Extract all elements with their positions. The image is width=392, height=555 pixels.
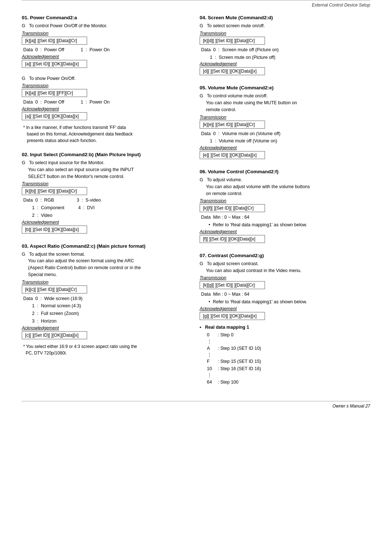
section-05-data-2: 1 : Volume mute off (Volume on) [200,138,370,145]
right-column: 04. Screen Mute (Command2:d) G To select… [196,15,370,394]
mapping-key-64: 64 [207,378,218,386]
section-01-tx-label-1: Transmission [22,31,185,36]
header-title: External Control Device Setup [0,3,392,8]
section-02-data-1: Data 0 : RGB 3 : S-video [22,197,185,204]
mapping-val-f: : Step 15 (SET ID 15) [218,358,370,365]
section-05-ack-label: Acknowledgement [200,145,370,150]
section-05-desc: G To control volume mute on/off. You can… [200,93,370,113]
mapping-row-0: 0 : Step 0 [200,331,370,339]
mapping-row-f: F : Step 15 (SET ID 15) [200,358,370,365]
mapping-row-10: 10 : Step 16 (SET ID 16) [200,365,370,372]
mapping-key-10: 10 [207,365,218,372]
section-02-tx-code: [k][b][ ][Set ID][ ][Data][Cr] [22,187,87,195]
section-07-tx-label: Transmission [200,275,370,280]
section-05-tx-label: Transmission [200,115,370,120]
section-06-ack-code: [f][ ][Set ID][ ][OK][Data][x] [200,235,265,243]
section-04-desc: G To select screen mute on/off. [200,23,370,29]
section-07-data-1: Data Min : 0 ~ Max : 64 [200,291,370,298]
mapping-dots-1: ⋮ [200,339,370,345]
section-04-tx-code: [k][d][ ][Set ID][ ][Data][Cr] [200,37,265,45]
section-02-tx-label: Transmission [22,181,185,186]
section-02: 02. Input Select (Command2:b) (Main Pict… [22,152,185,235]
section-02-title: 02. Input Select (Command2:b) (Main Pict… [22,152,185,157]
section-01-tx-code-1: [k][a][ ][Set ID][ ][Data][Cr] [22,37,87,45]
section-03-data-3: 2 : Full screen (Zoom) [22,310,185,317]
section-01-block-2: G To show Power On/Off. Transmission [k]… [22,75,185,122]
section-03-ack-code: [c][ ][Set ID][ ][OK][Data][x] [22,331,87,339]
section-06-desc: G To adjust volume. You can also adjust … [200,177,370,197]
section-01-note: * In a like manner, if other functions t… [22,124,185,144]
left-column: 01. Power Command2:a G To control Power … [22,15,196,394]
section-01-tx-code-2: [k][a][ ][Set ID][ ][FF][Cr] [22,89,87,97]
section-01-desc-1: G To control Power On/Off of the Monitor… [22,23,185,29]
section-01-data-1: Data 0 : Power Off 1 : Power On [22,46,185,53]
section-04: 04. Screen Mute (Command2:d) G To select… [200,15,370,77]
section-01-ack-code-2: [a][ ][Set ID][ ][OK][Data][x] [22,112,87,120]
mapping-row-a: A : Step 10 (SET ID 10) [200,345,370,352]
section-01-tx-label-2: Transmission [22,83,185,88]
section-07-title: 07. Contrast (Command2:g) [200,253,370,258]
section-05-data-1: Data 0 : Volume mute on (Volume off) [200,130,370,137]
section-03-data-4: 3 : Horizon [22,318,185,325]
content-area: 01. Power Command2:a G To control Power … [0,11,392,394]
section-07-ack-code: [g][ ][Set ID][ ][OK][Data][x] [200,312,265,320]
section-04-tx-label: Transmission [200,31,370,36]
section-03-tx-label: Transmission [22,280,185,285]
section-07: 07. Contrast (Command2:g) G To adjust sc… [200,253,370,386]
real-data-mapping: • Real data mapping 1 0 : Step 0 ⋮ A : S… [200,325,370,386]
section-04-ack-code: [d][ ][Set ID][ ][OK][Data][x] [200,67,265,75]
section-06: 06. Volume Control (Command2:f) G To adj… [200,169,370,245]
section-01-ack-label-1: Acknowledgement [22,54,185,59]
section-05-tx-code: [k][e][ ][Set ID][ ][Data][Cr] [200,121,265,129]
section-03-title: 03. Aspect Ratio (Command2:c) (Main pict… [22,243,185,249]
section-03-desc: G To adjust the screen format. You can a… [22,251,185,278]
mapping-val-10: : Step 16 (SET ID 16) [218,365,370,372]
section-02-data-2: 1 : Component 4 : DVI [22,204,185,211]
section-01-ack-code-1: [a][ ][Set ID][ ][OK][Data][x] [22,60,87,68]
section-03-data-2: 1 : Normal screen (4:3) [22,303,185,309]
section-01-ack-label-2: Acknowledgement [22,106,185,112]
section-06-title: 06. Volume Control (Command2:f) [200,169,370,174]
section-01-block-1: G To control Power On/Off of the Monitor… [22,23,185,70]
section-04-ack-label: Acknowledgement [200,61,370,66]
section-07-data-2: • Refer to 'Real data mapping1' as shown… [200,299,370,305]
section-03-tx-code: [k][c][ ][Set ID][ ][Data][Cr] [22,285,87,293]
mapping-val-0: : Step 0 [218,331,370,339]
section-01-data-2: Data 0 : Power Off 1 : Power On [22,99,185,106]
section-06-data-1: Data Min : 0 ~ Max : 64 [200,214,370,221]
real-data-title: • Real data mapping 1 [200,325,370,330]
page: External Control Device Setup 01. Power … [0,0,392,555]
section-01-desc-2: G To show Power On/Off. [22,75,185,82]
section-04-title: 04. Screen Mute (Command2:d) [200,15,370,20]
footer-text: Owner s Manual 27 [332,404,370,409]
mapping-row-64: 64 : Step 100 [200,378,370,386]
mapping-dots-3: ⋮ [200,372,370,378]
section-02-ack-code: [b][ ][Set ID][ ][OK][Data][x] [22,226,87,234]
section-03-ack-label: Acknowledgement [22,325,185,331]
section-07-desc: G To adjust screen contrast. You can als… [200,260,370,274]
section-02-desc: G To select input source for the Monitor… [22,159,185,180]
mapping-dots-2: ⋮ [200,352,370,358]
mapping-key-a: A [207,345,218,352]
section-06-ack-label: Acknowledgement [200,229,370,234]
top-rule [22,0,370,3]
footer: Owner s Manual 27 [0,401,392,409]
section-03-note: * You select either 16:9 or 4:3 screen a… [22,343,185,356]
section-05-ack-code: [e][ ][Set ID][ ][OK][Data][x] [200,151,265,159]
section-07-tx-code: [k][g][ ][Set ID][ ][Data][Cr] [200,281,265,289]
section-03-data-1: Data 0 : Wide screen (16:9) [22,295,185,302]
section-05-title: 05. Volume Mute (Command2:e) [200,85,370,90]
section-02-ack-label: Acknowledgement [22,220,185,225]
section-05: 05. Volume Mute (Command2:e) G To contro… [200,85,370,161]
section-04-data-1: Data 0 : Screen mute off (Picture on) [200,46,370,53]
section-06-tx-code: [k][f][ ][Set ID][ ][Data][Cr] [200,204,265,212]
section-02-data-3: 2 : Video [22,212,185,219]
section-04-data-2: 1 : Screen mute on (Picture off) [200,54,370,61]
section-07-ack-label: Acknowledgement [200,306,370,311]
section-01: 01. Power Command2:a G To control Power … [22,15,185,144]
mapping-val-64: : Step 100 [218,378,370,386]
section-03: 03. Aspect Ratio (Command2:c) (Main pict… [22,243,185,356]
section-06-tx-label: Transmission [200,198,370,203]
mapping-key-0: 0 [207,331,218,339]
section-06-data-2: • Refer to 'Real data mapping1' as shown… [200,222,370,228]
